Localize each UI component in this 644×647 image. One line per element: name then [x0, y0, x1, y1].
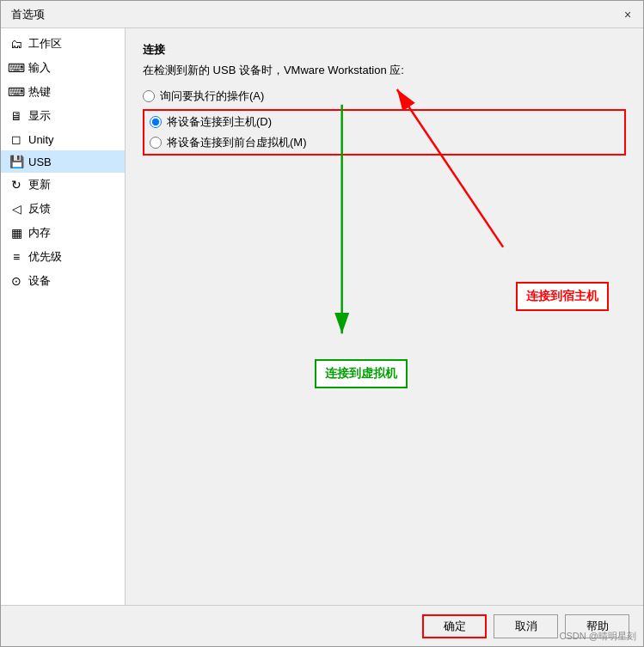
radio-ask[interactable]: 询问要执行的操作(A): [143, 89, 626, 104]
sidebar-label-update: 更新: [28, 177, 51, 192]
sidebar-label-unity: Unity: [28, 133, 54, 146]
close-button[interactable]: ×: [619, 6, 636, 23]
sidebar-icon-device: ⊙: [9, 274, 23, 288]
radio-vm[interactable]: 将设备连接到前台虚拟机(M): [150, 135, 619, 150]
sidebar-item-display[interactable]: 🖥 显示: [1, 104, 125, 128]
sidebar-label-hotkey: 热键: [28, 84, 51, 100]
sidebar-icon-usb: 💾: [9, 155, 23, 168]
section-desc: 在检测到新的 USB 设备时，VMware Workstation 应:: [143, 63, 626, 78]
dialog-body: 🗂 工作区 ⌨ 输入 ⌨ 热键 🖥 显示 ◻ Unity 💾 USB ↻ 更新 …: [1, 28, 643, 605]
cancel-button[interactable]: 取消: [494, 614, 558, 638]
sidebar-icon-update: ↻: [9, 178, 23, 192]
radio-host-input[interactable]: [150, 116, 162, 128]
sidebar-icon-display: 🖥: [9, 109, 23, 123]
radio-ask-label: 询问要执行的操作(A): [160, 89, 264, 104]
main-content: 连接 在检测到新的 USB 设备时，VMware Workstation 应: …: [126, 28, 643, 605]
sidebar-icon-feedback: ◁: [9, 202, 23, 216]
radio-vm-input[interactable]: [150, 137, 162, 149]
annotation-vm-box: 连接到虚拟机: [315, 359, 408, 388]
sidebar-label-workspace: 工作区: [28, 36, 62, 52]
sidebar-item-memory[interactable]: ▦ 内存: [1, 221, 125, 245]
sidebar-icon-input: ⌨: [9, 61, 23, 75]
preferences-dialog: 首选项 × 🗂 工作区 ⌨ 输入 ⌨ 热键 🖥 显示 ◻ Unity 💾 USB…: [0, 0, 644, 647]
sidebar-icon-priority: ≡: [9, 250, 23, 264]
sidebar-item-usb[interactable]: 💾 USB: [1, 150, 125, 173]
sidebar-item-update[interactable]: ↻ 更新: [1, 173, 125, 197]
radio-host[interactable]: 将设备连接到主机(D): [150, 114, 619, 130]
sidebar-label-feedback: 反馈: [28, 201, 51, 217]
sidebar-label-device: 设备: [28, 273, 51, 289]
annotation-host-text: 连接到宿主机: [526, 289, 598, 302]
sidebar-icon-unity: ◻: [9, 132, 23, 146]
annotation-vm-text: 连接到虚拟机: [325, 366, 397, 380]
sidebar-item-unity[interactable]: ◻ Unity: [1, 128, 125, 150]
radio-host-label: 将设备连接到主机(D): [167, 114, 272, 130]
sidebar-item-priority[interactable]: ≡ 优先级: [1, 245, 125, 269]
radio-vm-label: 将设备连接到前台虚拟机(M): [167, 135, 307, 150]
sidebar-item-hotkey[interactable]: ⌨ 热键: [1, 80, 125, 104]
dialog-footer: 确定 取消 帮助: [1, 605, 643, 646]
sidebar: 🗂 工作区 ⌨ 输入 ⌨ 热键 🖥 显示 ◻ Unity 💾 USB ↻ 更新 …: [1, 28, 126, 605]
sidebar-icon-memory: ▦: [9, 226, 23, 240]
sidebar-label-usb: USB: [28, 156, 52, 168]
watermark: CSDN @晴明星刻: [560, 630, 636, 643]
ok-button[interactable]: 确定: [422, 614, 487, 638]
sidebar-item-input[interactable]: ⌨ 输入: [1, 56, 125, 80]
section-title: 连接: [143, 42, 626, 58]
radio-ask-input[interactable]: [143, 90, 155, 102]
sidebar-label-memory: 内存: [28, 225, 51, 241]
highlighted-options-box: 将设备连接到主机(D) 将设备连接到前台虚拟机(M): [143, 109, 626, 156]
sidebar-label-display: 显示: [28, 108, 51, 124]
sidebar-label-input: 输入: [28, 60, 51, 76]
sidebar-item-feedback[interactable]: ◁ 反馈: [1, 197, 125, 221]
radio-group: 询问要执行的操作(A) 将设备连接到主机(D) 将设备连接到前台虚拟机(M): [143, 89, 626, 156]
sidebar-icon-workspace: 🗂: [9, 37, 23, 51]
dialog-title: 首选项: [11, 7, 45, 22]
sidebar-icon-hotkey: ⌨: [9, 85, 23, 99]
sidebar-label-priority: 优先级: [28, 249, 62, 265]
annotation-host-box: 连接到宿主机: [516, 282, 609, 311]
sidebar-item-workspace[interactable]: 🗂 工作区: [1, 32, 125, 56]
sidebar-item-device[interactable]: ⊙ 设备: [1, 269, 125, 293]
title-bar: 首选项 ×: [1, 1, 643, 28]
